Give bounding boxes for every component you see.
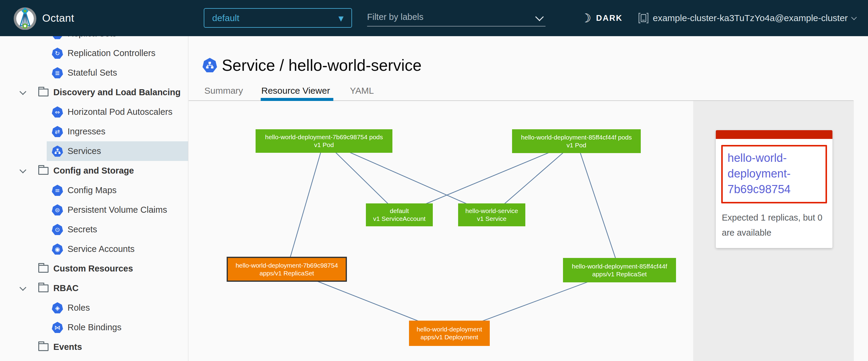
sidebar-group-label: Custom Resources — [53, 264, 133, 274]
tab-yaml[interactable]: YAML — [350, 86, 374, 96]
sidebar-item-ingresses[interactable]: ⇄Ingresses — [0, 122, 188, 141]
sidebar-item-secrets[interactable]: ⊙Secrets — [0, 220, 188, 239]
sidebar-item-events[interactable]: Events — [0, 337, 188, 357]
node-kind: v1 Service — [477, 215, 506, 223]
sidebar-group-label: Config and Storage — [53, 166, 134, 176]
tab-resource-viewer[interactable]: Resource Viewer — [261, 86, 330, 96]
sidebar-item-label: Service Accounts — [67, 244, 134, 254]
service-accounts-icon: ◉ — [52, 243, 63, 255]
sidebar-item-label: Replication Controllers — [67, 48, 156, 58]
chevron-down-icon[interactable] — [20, 284, 27, 291]
folder-icon — [38, 285, 49, 292]
graph-node-rs-7b69[interactable]: hello-world-deployment-7b69c98754apps/v1… — [227, 257, 347, 282]
moon-icon: ☾ — [581, 12, 591, 24]
octant-app: Octant default ▼ ☾ DARK example-cluster-… — [0, 0, 868, 361]
namespace-dropdown-value: default — [212, 13, 239, 23]
label-filter — [367, 8, 546, 27]
horizontal-pod-autoscalers-icon: ⇔ — [52, 106, 63, 118]
sidebar-item-horizontal-pod-autoscalers[interactable]: ⇔Horizontal Pod Autoscalers — [0, 102, 188, 122]
sidebar-item-label: Ingresses — [67, 127, 105, 136]
sidebar-item-discovery-and-load-balancing[interactable]: Discovery and Load Balancing — [0, 83, 188, 102]
services-icon — [52, 145, 63, 157]
graph-node-dep-hello[interactable]: hello-world-deploymentapps/v1 Deployment — [409, 321, 490, 346]
detail-card: hello-world-deployment-7b69c98754 Expect… — [716, 130, 832, 248]
sidebar-item-roles[interactable]: ◈Roles — [0, 298, 188, 318]
sidebar-item-label: Secrets — [67, 225, 97, 234]
secrets-icon: ⊙ — [52, 224, 63, 235]
sidebar-item-persistent-volume-claims[interactable]: ⊜Persistent Volume Claims — [0, 200, 188, 220]
graph-node-pod-7b69[interactable]: hello-world-deployment-7b69c98754 podsv1… — [255, 129, 393, 153]
sidebar-item-config-and-storage[interactable]: Config and Storage — [0, 161, 188, 180]
roles-icon: ◈ — [52, 302, 63, 314]
node-name: hello-world-deployment-85ff4cf44f pods — [521, 133, 632, 141]
node-kind: v1 ServiceAccount — [373, 215, 426, 223]
page-title: Service / hello-world-service — [222, 56, 422, 74]
graph-edge-pod-85ff-rs-85ff — [577, 141, 620, 270]
node-kind: apps/v1 ReplicaSet — [592, 270, 647, 278]
sidebar-item-replication-controllers[interactable]: ↻Replication Controllers — [0, 43, 188, 63]
replica-sets-icon: ⊞ — [52, 36, 63, 39]
sidebar-item-services[interactable]: Services — [0, 141, 188, 161]
sidebar-item-label: Roles — [67, 303, 90, 313]
status-bar-error — [716, 130, 832, 139]
tab-summary[interactable]: Summary — [204, 86, 243, 96]
chevron-down-icon[interactable] — [20, 166, 27, 173]
ingresses-icon: ⇄ — [52, 126, 63, 137]
theme-toggle-label: DARK — [596, 13, 623, 23]
sidebar-item-rbac[interactable]: RBAC — [0, 278, 188, 298]
filter-chevron-down-icon[interactable] — [535, 13, 544, 21]
node-name: hello-world-deployment — [416, 325, 482, 333]
cluster-context-label: example-cluster-ka3TuTzYo4a@example-clus… — [653, 13, 848, 23]
node-name: hello-world-deployment-85ff4cf44f — [572, 262, 667, 270]
sidebar-item-label: Persistent Volume Claims — [67, 205, 167, 215]
graph-node-pod-85ff[interactable]: hello-world-deployment-85ff4cf44f podsv1… — [512, 129, 641, 153]
config-maps-icon: ≡ — [52, 185, 63, 196]
sidebar-item-label: Config Maps — [67, 185, 117, 195]
node-kind: v1 Pod — [567, 141, 586, 149]
detail-card-body: hello-world-deployment-7b69c98754 Expect… — [716, 139, 832, 248]
cluster-chevron-down-icon — [851, 14, 857, 20]
sidebar-item-stateful-sets[interactable]: ≣Stateful Sets — [0, 63, 188, 83]
node-kind: apps/v1 ReplicaSet — [259, 269, 314, 277]
stateful-sets-icon: ≣ — [52, 67, 63, 78]
graph-node-sa-default[interactable]: defaultv1 ServiceAccount — [366, 203, 433, 226]
sidebar-group-label: Events — [53, 342, 82, 352]
sidebar-item-config-maps[interactable]: ≡Config Maps — [0, 180, 188, 200]
sidebar-item-label: Role Bindings — [67, 322, 121, 332]
replication-controllers-icon: ↻ — [52, 47, 63, 59]
graph-node-svc-hello[interactable]: hello-world-servicev1 Service — [458, 203, 525, 226]
sidebar-item-label: Horizontal Pod Autoscalers — [67, 107, 173, 117]
graph-edge-pod-7b69-rs-7b69 — [287, 141, 324, 269]
detail-title-box: hello-world-deployment-7b69c98754 — [721, 145, 827, 203]
node-kind: apps/v1 Deployment — [421, 333, 478, 341]
dropdown-caret-icon: ▼ — [338, 15, 344, 22]
detail-resource-link[interactable]: hello-world-deployment-7b69c98754 — [727, 150, 821, 197]
sidebar-item-label: Replica Sets — [67, 36, 117, 39]
sidebar-nav: ⊞Replica Sets↻Replication Controllers≣St… — [0, 36, 188, 361]
chevron-down-icon[interactable] — [20, 88, 27, 95]
detail-panel: hello-world-deployment-7b69c98754 Expect… — [693, 101, 854, 361]
active-tab-underline — [261, 98, 333, 101]
sidebar-item-service-accounts[interactable]: ◉Service Accounts — [0, 239, 188, 259]
node-name: hello-world-deployment-7b69c98754 — [236, 262, 338, 269]
service-kind-icon — [203, 58, 217, 72]
app-header: Octant default ▼ ☾ DARK example-cluster-… — [0, 0, 868, 36]
detail-status-message: Expected 1 replicas, but 0 are available — [721, 210, 827, 240]
node-name: hello-world-service — [465, 207, 518, 215]
sidebar-item-role-bindings[interactable]: ⋈Role Bindings — [0, 318, 188, 337]
app-title: Octant — [42, 0, 74, 36]
octant-logo-icon — [13, 6, 37, 30]
label-filter-input[interactable] — [367, 8, 530, 25]
node-kind: v1 Pod — [314, 141, 334, 149]
cluster-context-selector[interactable]: example-cluster-ka3TuTzYo4a@example-clus… — [638, 0, 856, 36]
role-bindings-icon: ⋈ — [52, 322, 63, 333]
sidebar-item-replica-sets[interactable]: ⊞Replica Sets — [0, 36, 188, 43]
dark-theme-toggle[interactable]: ☾ DARK — [581, 0, 623, 36]
folder-icon — [38, 265, 49, 273]
graph-node-rs-85ff[interactable]: hello-world-deployment-85ff4cf44fapps/v1… — [563, 258, 676, 282]
namespace-dropdown[interactable]: default ▼ — [204, 8, 352, 28]
sidebar-item-label: Stateful Sets — [67, 68, 117, 78]
folder-icon — [38, 343, 49, 351]
sidebar-item-custom-resources[interactable]: Custom Resources — [0, 259, 188, 278]
cluster-icon — [638, 12, 649, 24]
